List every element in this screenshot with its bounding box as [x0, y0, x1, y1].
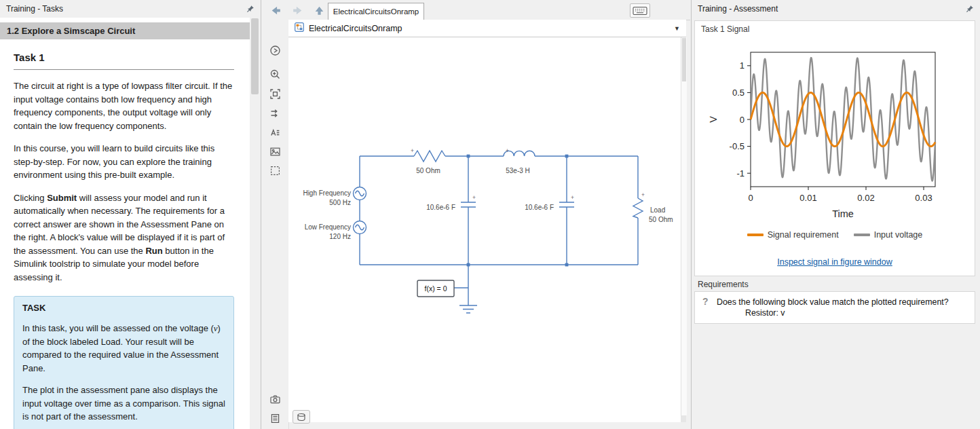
requirement-question-block: Does the following block value match the…: [717, 297, 949, 318]
source1-value-label: 500 Hz: [329, 199, 351, 206]
section-title: 1.2 Explore a Simscape Circuit: [0, 22, 250, 39]
legend-label: Input voltage: [874, 230, 923, 240]
update-diagram-icon[interactable]: [269, 107, 282, 120]
source2-name-label: Low Frequency: [305, 223, 351, 231]
pin-icon[interactable]: [966, 5, 974, 13]
breadcrumb[interactable]: ElectricalCircuitsOnramp ▼: [288, 20, 686, 37]
area-icon[interactable]: [269, 164, 282, 177]
signal-chart: 00.010.020.03-1-0.500.51TimeV: [703, 43, 961, 221]
requirements-header: Requirements: [698, 280, 749, 289]
legend-swatch-requirement: [747, 234, 764, 236]
source2-value-label: 120 Hz: [329, 233, 351, 240]
legend-swatch-input: [854, 234, 870, 236]
image-icon[interactable]: [269, 145, 282, 158]
back-button[interactable]: [267, 3, 284, 17]
cylinder-icon: [297, 413, 306, 422]
legend-item: Input voltage: [854, 230, 923, 240]
chart-legend: Signal requirement Input voltage: [695, 230, 975, 240]
source-high-frequency-block[interactable]: [354, 187, 366, 200]
circuit-wires[interactable]: [360, 156, 638, 305]
polarity-mark: +: [641, 191, 645, 198]
data-store-badge[interactable]: [293, 410, 310, 424]
up-button[interactable]: [311, 3, 327, 17]
polarity-mark: +: [506, 147, 509, 154]
inspect-signal-link[interactable]: Inspect signal in figure window: [777, 257, 892, 267]
viewmarks-icon[interactable]: [269, 412, 282, 425]
capacitor1-block[interactable]: [461, 202, 476, 207]
svg-text:Time: Time: [832, 208, 854, 219]
solver-block[interactable]: f(x) = 0: [417, 280, 454, 297]
canvas-scrollbar-thumb[interactable]: [682, 38, 686, 81]
capacitor2-label: 10.6e-6 F: [525, 204, 554, 211]
ground-block[interactable]: [459, 305, 477, 313]
model-canvas[interactable]: f(x) = 0 50 Ohm 53e-3 H 10.6e-6 F 10.6e-…: [288, 37, 681, 422]
task-paragraph-1: The circuit at right is a type of lowpas…: [14, 79, 234, 132]
assessment-pane-title: Training - Assessment: [698, 4, 966, 14]
task-info-box: TASK In this task, you will be assessed …: [14, 296, 234, 429]
svg-text:-1: -1: [736, 168, 745, 179]
svg-text:V: V: [708, 116, 719, 123]
canvas-scroll-corner: [681, 415, 686, 422]
forward-button[interactable]: [289, 3, 305, 17]
pin-icon[interactable]: [246, 5, 255, 13]
source-low-frequency-block[interactable]: [354, 221, 366, 234]
tasks-pane-title: Training - Tasks: [6, 4, 246, 14]
requirement-question: Does the following block value match the…: [717, 297, 949, 307]
signal-title: Task 1 Signal: [701, 24, 749, 34]
svg-text:-0.5: -0.5: [730, 141, 745, 151]
circuit-diagram: f(x) = 0 50 Ohm 53e-3 H 10.6e-6 F 10.6e-…: [288, 37, 681, 415]
resistor-label: 50 Ohm: [416, 167, 440, 174]
capacitor1-label: 10.6e-6 F: [426, 204, 455, 211]
resistor-block[interactable]: [414, 151, 445, 162]
keyboard-shortcuts-button[interactable]: [630, 3, 650, 18]
polarity-mark: +: [411, 147, 414, 154]
svg-text:0.5: 0.5: [732, 88, 745, 98]
node-dot: [467, 155, 470, 158]
tasks-content: 1.2 Explore a Simscape Circuit Task 1 Th…: [0, 18, 250, 429]
polarity-mark: +: [571, 194, 574, 201]
tasks-scrollbar-thumb[interactable]: [251, 18, 259, 94]
model-icon: [295, 22, 304, 34]
camera-icon[interactable]: [269, 393, 282, 406]
inductor-label: 53e-3 H: [506, 167, 530, 174]
task-box-paragraph-2: The plot in the assessment pane also dis…: [22, 384, 225, 424]
inspect-signal-link-row: Inspect signal in figure window: [695, 257, 975, 267]
text-run: Clicking: [14, 193, 47, 203]
svg-text:0.01: 0.01: [799, 193, 816, 203]
simulink-editor-pane: ElectricalCircuitsOnramp: [262, 0, 690, 429]
load-resistor-block[interactable]: [633, 198, 643, 218]
legend-label: Signal requirement: [768, 230, 839, 240]
zoom-icon[interactable]: [269, 68, 282, 81]
task-paragraph-2: In this course, you will learn to build …: [14, 142, 234, 182]
tasks-pane: Training - Tasks 1.2 Explore a Simscape …: [0, 0, 261, 429]
polarity-mark: +: [472, 194, 476, 201]
svg-text:0: 0: [748, 193, 753, 203]
task-heading: Task 1: [14, 52, 234, 70]
annotation-icon[interactable]: [269, 126, 282, 139]
node-dot: [467, 263, 470, 267]
canvas-scrollbar[interactable]: [681, 37, 687, 415]
solver-label: f(x) = 0: [425, 284, 447, 293]
chevron-down-icon[interactable]: ▼: [674, 25, 680, 32]
text-run: In this task, you will be assessed on th…: [22, 323, 214, 333]
node-dot: [565, 263, 569, 267]
task-box-paragraph-1: In this task, you will be assessed on th…: [22, 322, 225, 375]
legend-item: Signal requirement: [747, 230, 839, 240]
fit-to-view-icon[interactable]: [269, 88, 282, 100]
svg-text:0.02: 0.02: [857, 193, 874, 203]
keyboard-icon: [633, 6, 647, 16]
node-dot: [565, 155, 569, 158]
source1-name-label: High Frequency: [303, 189, 351, 197]
tasks-pane-header: Training - Tasks: [0, 0, 261, 18]
app-window: Training - Tasks 1.2 Explore a Simscape …: [0, 0, 980, 429]
svg-text:1: 1: [740, 60, 745, 71]
task-paragraph-3: Clicking Submit will assess your model a…: [14, 191, 234, 284]
assessment-pane: Training - Assessment Task 1 Signal 00.0…: [691, 0, 980, 429]
bold-submit: Submit: [47, 193, 77, 203]
capacitor2-block[interactable]: [559, 202, 574, 207]
signal-card: Task 1 Signal 00.010.020.03-1-0.500.51Ti…: [694, 20, 975, 276]
circle-play-icon[interactable]: [269, 44, 282, 57]
tasks-scrollbar[interactable]: [250, 18, 260, 429]
model-tab[interactable]: ElectricalCircuitsOnramp: [328, 3, 424, 20]
editor-nav-bar: ElectricalCircuitsOnramp: [262, 0, 690, 20]
